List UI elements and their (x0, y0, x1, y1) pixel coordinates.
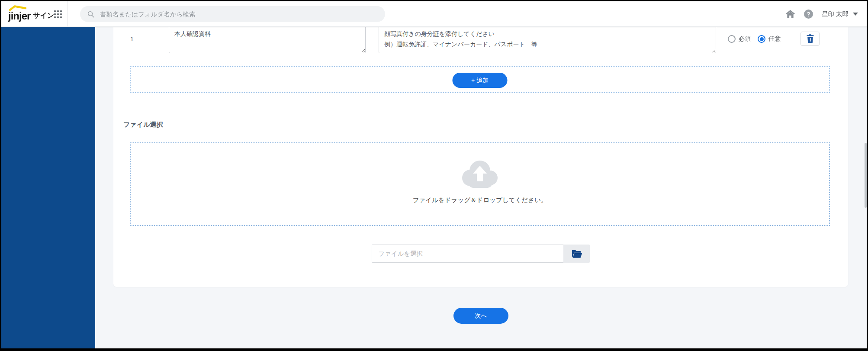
top-header: jinjer サイン (1, 1, 867, 27)
add-button[interactable]: + 追加 (453, 73, 508, 88)
header-divider (50, 1, 50, 26)
row-divider (121, 59, 830, 59)
radio-required-label[interactable]: 必須 (739, 35, 751, 43)
browse-files-button[interactable] (563, 245, 590, 263)
grid-icon (54, 10, 63, 18)
dropzone-message: ファイルをドラッグ＆ドロップしてください。 (131, 196, 829, 204)
upload-cloud-icon (457, 159, 502, 188)
delete-row-button[interactable] (800, 32, 820, 46)
file-section-title: ファイル選択 (123, 121, 163, 129)
requirement-radio-group: 必須 任意 (728, 32, 788, 45)
header-actions: ? 星印 太郎 (785, 1, 858, 27)
home-button[interactable] (785, 10, 795, 19)
chevron-down-icon (853, 13, 858, 16)
sidebar (1, 27, 95, 348)
file-select-row (372, 245, 590, 263)
user-name: 星印 太郎 (822, 10, 849, 18)
radio-optional-label[interactable]: 任意 (768, 35, 781, 43)
radio-optional[interactable] (758, 35, 765, 43)
jinjer-sign-logo: jinjer サイン (8, 1, 54, 27)
radio-required[interactable] (728, 35, 736, 43)
screenshot-frame: jinjer サイン (0, 0, 868, 351)
header-divider (68, 1, 68, 26)
next-button[interactable]: 次へ (453, 308, 508, 324)
file-dropzone[interactable]: ファイルをドラッグ＆ドロップしてください。 (130, 142, 830, 226)
user-menu[interactable]: 星印 太郎 (822, 10, 858, 18)
document-name-textarea[interactable]: 本人確認資料 (169, 24, 366, 53)
help-icon: ? (804, 10, 813, 19)
home-icon (785, 10, 795, 19)
app-launcher-button[interactable] (54, 10, 63, 19)
main-content: 1 本人確認資料 顔写真付きの身分証を添付してください 例）運転免許証、マイナン… (95, 27, 867, 348)
trash-icon (806, 34, 814, 43)
logo-product-text: サイン (33, 8, 54, 20)
app-window: jinjer サイン (1, 1, 867, 348)
row-index: 1 (125, 34, 138, 44)
logo-yellow-accent-icon (9, 5, 26, 11)
add-row-container: + 追加 (130, 66, 830, 93)
content-card: 1 本人確認資料 顔写真付きの身分証を添付してください 例）運転免許証、マイナン… (113, 27, 848, 287)
scrollbar-thumb[interactable] (865, 143, 867, 208)
search-bar (80, 6, 385, 22)
folder-icon (572, 250, 582, 258)
document-description-textarea[interactable]: 顔写真付きの身分証を添付してください 例）運転免許証、マイナンバーカード、パスポ… (379, 24, 716, 53)
file-name-input[interactable] (372, 245, 563, 263)
help-button[interactable]: ? (804, 10, 813, 19)
search-icon (87, 10, 95, 18)
search-input[interactable] (100, 11, 378, 18)
